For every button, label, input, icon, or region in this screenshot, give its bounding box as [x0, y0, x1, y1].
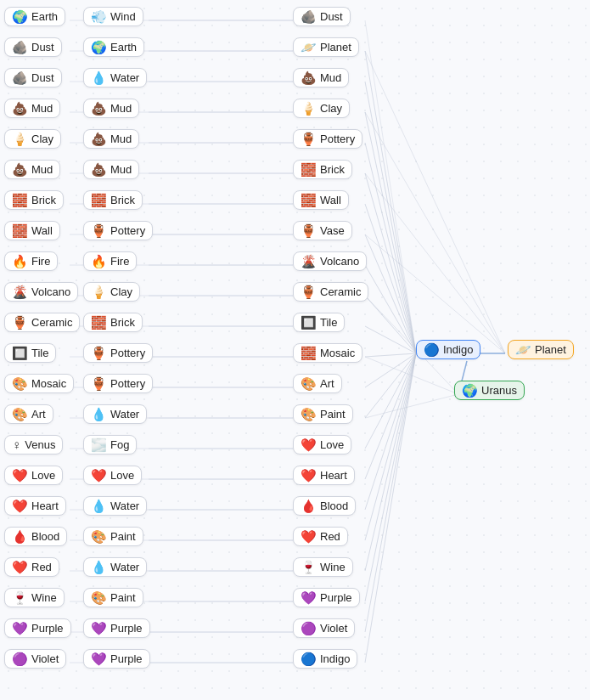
node-fog-r[interactable]: 🌫️Fog — [83, 435, 137, 454]
wind-icon: 💨 — [91, 10, 107, 23]
node-paint-r2[interactable]: 🎨Paint — [83, 588, 143, 607]
node-love-m[interactable]: ❤️Love — [293, 435, 351, 454]
uranus-icon-right: 🌍 — [462, 384, 478, 397]
node-label: Purple — [110, 652, 143, 665]
node-purple-m[interactable]: 💜Purple — [293, 588, 360, 607]
node-label: Mosaic — [320, 347, 355, 359]
node-label: Planet — [535, 343, 566, 356]
svg-line-57 — [365, 353, 416, 387]
node-label: Brick — [31, 194, 56, 206]
node-mud-l1[interactable]: 💩Mud — [4, 99, 60, 118]
node-brick-r[interactable]: 🧱Brick — [83, 190, 143, 210]
node-wine-l[interactable]: 🍷Wine — [4, 588, 65, 607]
node-volcano-l[interactable]: 🌋Volcano — [4, 282, 78, 302]
node-label: Indigo — [320, 652, 350, 665]
node-purple-r2[interactable]: 💜Purple — [83, 649, 150, 669]
node-label: Mud — [110, 102, 132, 115]
node-tile-l[interactable]: 🔲Tile — [4, 343, 56, 363]
node-wall-l[interactable]: 🧱Wall — [4, 221, 60, 240]
node-label: Wine — [31, 591, 57, 604]
node-water-r4[interactable]: 💧Water — [83, 557, 147, 577]
node-venus-l[interactable]: ♀️Venus — [4, 435, 63, 454]
node-clay-l[interactable]: 🍦Clay — [4, 129, 61, 149]
node-purple-r[interactable]: 💜Purple — [83, 618, 150, 638]
purple-icon3: 💜 — [91, 652, 107, 665]
node-volcano-m[interactable]: 🌋Volcano — [293, 251, 367, 271]
node-dust-l2[interactable]: 🪨Dust — [4, 68, 62, 88]
node-wall-m[interactable]: 🧱Wall — [293, 190, 349, 210]
node-blood-m[interactable]: 🩸Blood — [293, 496, 356, 516]
node-indigo-right[interactable]: 🔵Indigo — [416, 340, 480, 359]
node-heart-l[interactable]: ❤️Heart — [4, 496, 66, 516]
node-clay-m[interactable]: 🍦Clay — [293, 99, 350, 118]
node-paint-m[interactable]: 🎨Paint — [293, 404, 353, 424]
node-mud-r1[interactable]: 💩Mud — [83, 99, 139, 118]
node-water-r3[interactable]: 💧Water — [83, 496, 147, 516]
node-wind-r[interactable]: 💨Wind — [83, 7, 143, 26]
node-purple-l[interactable]: 💜Purple — [4, 618, 71, 638]
node-mud-l2[interactable]: 💩Mud — [4, 160, 60, 179]
node-mosaic-m[interactable]: 🧱Mosaic — [293, 343, 362, 363]
water-icon3: 💧 — [91, 500, 107, 512]
node-label: Heart — [320, 469, 347, 482]
water-icon4: 💧 — [91, 561, 107, 573]
node-dust-l1[interactable]: 🪨Dust — [4, 37, 62, 57]
node-tile-m[interactable]: 🔲Tile — [293, 313, 345, 332]
node-brick-m[interactable]: 🧱Brick — [293, 160, 352, 179]
node-art-l[interactable]: 🎨Art — [4, 404, 53, 424]
node-love-r[interactable]: ❤️Love — [83, 466, 142, 485]
purple-icon: 💜 — [12, 622, 28, 635]
node-paint-r1[interactable]: 🎨Paint — [83, 527, 143, 546]
node-mud-r3[interactable]: 💩Mud — [83, 160, 139, 179]
node-dust-m[interactable]: 🪨Dust — [293, 7, 351, 26]
node-mosaic-l[interactable]: 🎨Mosaic — [4, 374, 74, 393]
node-mud-m[interactable]: 💩Mud — [293, 68, 349, 88]
venus-icon: ♀️ — [12, 438, 21, 451]
node-label: Mud — [110, 163, 132, 176]
node-label: Violet — [31, 652, 59, 665]
node-fire-r[interactable]: 🔥Fire — [83, 251, 137, 271]
node-label: Indigo — [443, 343, 473, 356]
node-earth-l[interactable]: 🌍Earth — [4, 7, 65, 26]
fog-icon: 🌫️ — [91, 438, 107, 451]
node-indigo-m[interactable]: 🔵Indigo — [293, 649, 357, 669]
node-blood-l[interactable]: 🩸Blood — [4, 527, 67, 546]
node-brick-l[interactable]: 🧱Brick — [4, 190, 64, 210]
water-icon2: 💧 — [91, 408, 107, 421]
node-art-m[interactable]: 🎨Art — [293, 374, 342, 393]
node-vase-m[interactable]: 🏺Vase — [293, 221, 352, 240]
node-red-l[interactable]: ❤️Red — [4, 557, 59, 577]
node-ceramic-m[interactable]: 🏺Ceramic — [293, 282, 368, 302]
node-pottery-r3[interactable]: 🏺Pottery — [83, 374, 153, 393]
node-water-r1[interactable]: 💧Water — [83, 68, 147, 88]
dust-icon: 🪨 — [12, 41, 28, 54]
svg-line-73 — [365, 394, 458, 418]
node-love-l[interactable]: ❤️Love — [4, 466, 63, 485]
node-planet-m[interactable]: 🪐Planet — [293, 37, 359, 57]
node-pottery-r[interactable]: 🏺Pottery — [83, 221, 153, 240]
node-water-r2[interactable]: 💧Water — [83, 404, 147, 424]
node-mud-r2[interactable]: 💩Mud — [83, 129, 139, 149]
node-clay-r[interactable]: 🍦Clay — [83, 282, 140, 302]
node-ceramic-l[interactable]: 🏺Ceramic — [4, 313, 80, 332]
node-fire-l[interactable]: 🔥Fire — [4, 251, 58, 271]
clay-icon-m: 🍦 — [301, 102, 317, 115]
mud-icon-m: 💩 — [301, 71, 317, 84]
node-violet-l[interactable]: 🟣Violet — [4, 649, 66, 669]
fire-icon2: 🔥 — [91, 255, 107, 268]
node-brick-r2[interactable]: 🧱Brick — [83, 313, 143, 332]
node-planet-right[interactable]: 🪐Planet — [508, 340, 574, 359]
brick-icon3: 🧱 — [91, 316, 107, 329]
node-violet-m[interactable]: 🟣Violet — [293, 618, 355, 638]
node-earth-r[interactable]: 🌍Earth — [83, 37, 144, 57]
node-pottery-r2[interactable]: 🏺Pottery — [83, 343, 153, 363]
node-heart-m[interactable]: ❤️Heart — [293, 466, 355, 485]
node-wine-m[interactable]: 🍷Wine — [293, 557, 353, 577]
svg-line-67 — [365, 51, 505, 353]
node-uranus-right[interactable]: 🌍Uranus — [454, 381, 525, 400]
node-red-m[interactable]: ❤️Red — [293, 527, 348, 546]
svg-line-63 — [365, 353, 416, 571]
love-icon2: ❤️ — [91, 469, 107, 482]
node-pottery-m[interactable]: 🏺Pottery — [293, 129, 362, 149]
clay-icon2: 🍦 — [91, 285, 107, 298]
